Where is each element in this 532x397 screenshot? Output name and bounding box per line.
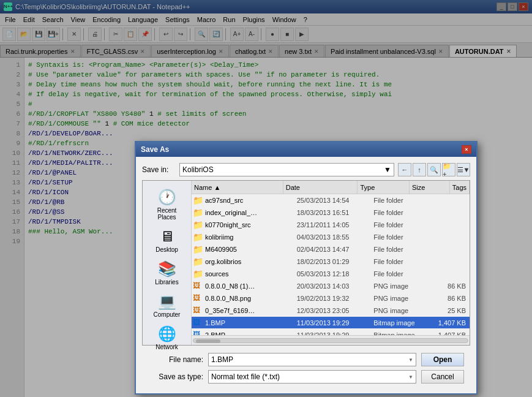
- file-date: 05/03/2013 12:18: [297, 270, 374, 278]
- npp-window: N++ C:\Temp\KolibriOS\kolibriimg\AUTORUN…: [0, 0, 532, 397]
- file-size: 86 KB: [427, 282, 468, 290]
- file-date: 18/03/2013 16:51: [297, 209, 374, 216]
- nav-back-button[interactable]: ←: [398, 163, 411, 176]
- file-icon: 📁: [193, 257, 203, 267]
- filetype-input[interactable]: Normal text file (*.txt) ▼: [208, 370, 416, 384]
- file-date: 02/04/2013 14:47: [297, 246, 374, 253]
- filetype-value: Normal text file (*.txt): [211, 372, 280, 381]
- nav-new-folder-button[interactable]: 📁+: [442, 163, 455, 176]
- shortcut-computer[interactable]: 💻 Computer: [146, 290, 189, 321]
- file-name: M6409905: [205, 246, 297, 253]
- file-area: 🕐 Recent Places 🖥 Desktop 📚 Libraries: [142, 180, 470, 346]
- file-list[interactable]: 📁 ac97snd_src 25/03/2013 14:54 File fold…: [192, 194, 470, 335]
- filetype-dropdown-icon: ▼: [408, 374, 413, 380]
- filename-label: File name:: [148, 355, 203, 364]
- file-type: File folder: [373, 258, 427, 265]
- nav-up-button[interactable]: ↑: [413, 163, 426, 176]
- file-name: 0_35e7f_6169…: [205, 307, 297, 314]
- hscroll-track[interactable]: [193, 338, 468, 343]
- file-name: kolibriimg: [205, 233, 297, 241]
- file-name: index_original_…: [205, 209, 297, 216]
- col-tags-header[interactable]: Tags: [450, 181, 470, 194]
- dialog-title: Save As: [141, 145, 169, 154]
- file-list-area: Name ▲ Date Type Size Tags 📁 ac97snd_src…: [192, 181, 470, 345]
- file-date: 04/03/2013 18:55: [297, 233, 374, 241]
- file-type: PNG image: [373, 282, 427, 290]
- file-date: 19/02/2013 19:32: [297, 295, 374, 302]
- filename-value: 1.BMP: [211, 355, 233, 364]
- nav-view-button[interactable]: ☰▼: [457, 163, 470, 176]
- file-size: 1,407 KB: [427, 319, 468, 327]
- col-size-header[interactable]: Size: [410, 181, 450, 194]
- file-row[interactable]: 📁 sources 05/03/2013 12:18 File folder: [192, 268, 470, 280]
- hscroll-thumb[interactable]: [196, 339, 220, 343]
- filename-input[interactable]: 1.BMP ▼: [208, 353, 416, 366]
- shortcut-libraries[interactable]: 📚 Libraries: [146, 257, 189, 289]
- shortcut-computer-label: Computer: [154, 311, 181, 318]
- file-type: PNG image: [373, 295, 427, 302]
- filetype-label: Save as type:: [148, 372, 203, 381]
- file-icon: 🖼: [193, 318, 203, 328]
- computer-icon: 💻: [158, 293, 176, 310]
- file-date: 23/11/2011 14:05: [297, 221, 374, 229]
- file-date: 25/03/2013 14:54: [297, 197, 374, 204]
- file-row[interactable]: 📁 index_original_… 18/03/2013 16:51 File…: [192, 206, 470, 219]
- file-type: File folder: [373, 233, 427, 241]
- file-row[interactable]: 🖼 0_35e7f_6169… 12/03/2013 23:05 PNG ima…: [192, 304, 470, 317]
- nav-search-button[interactable]: 🔍: [427, 163, 441, 176]
- file-icon: 📁: [193, 269, 203, 279]
- file-name: org.kolibrios: [205, 258, 297, 265]
- save-in-controls: ← ↑ 🔍 📁+ ☰▼: [398, 163, 470, 176]
- file-icon: 🖼: [193, 330, 203, 336]
- file-type: File folder: [373, 246, 427, 253]
- modal-overlay: Save As × Save in: KolibriOS ▼ ← ↑ 🔍: [0, 0, 532, 397]
- file-date: 20/03/2013 14:03: [297, 282, 374, 290]
- shortcuts-panel: 🕐 Recent Places 🖥 Desktop 📚 Libraries: [143, 181, 192, 345]
- shortcut-desktop-label: Desktop: [155, 246, 178, 253]
- file-type: PNG image: [373, 307, 427, 314]
- file-row[interactable]: 🖼 2.BMP 11/03/2013 19:29 Bitmap image 1,…: [192, 329, 470, 335]
- file-row[interactable]: 📁 kolibriimg 04/03/2013 18:55 File folde…: [192, 231, 470, 243]
- shortcut-desktop[interactable]: 🖥 Desktop: [146, 225, 189, 256]
- file-icon: 📁: [193, 195, 203, 205]
- file-row[interactable]: 📁 ac97snd_src 25/03/2013 14:54 File fold…: [192, 194, 470, 206]
- file-icon: 📁: [193, 232, 203, 242]
- file-name: k0770night_src: [205, 221, 297, 229]
- file-type: File folder: [373, 209, 427, 216]
- shortcut-libraries-label: Libraries: [155, 279, 178, 285]
- file-row[interactable]: 📁 org.kolibrios 18/02/2013 01:29 File fo…: [192, 255, 470, 268]
- file-row[interactable]: 🖼 0.8.0.0_N8.png 19/02/2013 19:32 PNG im…: [192, 292, 470, 304]
- file-row[interactable]: 🖼 0.8.0.0_N8 (1)… 20/03/2013 14:03 PNG i…: [192, 280, 470, 292]
- form-area: File name: 1.BMP ▼ Open Save as type: No…: [142, 349, 470, 387]
- file-list-header: Name ▲ Date Type Size Tags: [192, 181, 470, 194]
- cancel-button[interactable]: Cancel: [421, 370, 464, 384]
- file-icon: 📁: [193, 220, 203, 230]
- shortcut-recent[interactable]: 🕐 Recent Places: [146, 186, 189, 224]
- col-date-header[interactable]: Date: [283, 181, 358, 194]
- open-button[interactable]: Open: [421, 353, 464, 366]
- file-name: sources: [205, 270, 297, 278]
- file-row[interactable]: 📁 k0770night_src 23/11/2011 14:05 File f…: [192, 219, 470, 231]
- file-type: Bitmap image: [373, 319, 427, 327]
- file-row[interactable]: 📁 M6409905 02/04/2013 14:47 File folder: [192, 243, 470, 255]
- file-row[interactable]: 🖼 1.BMP 11/03/2013 19:29 Bitmap image 1,…: [192, 317, 470, 329]
- save-in-combo[interactable]: KolibriOS ▼: [179, 163, 394, 176]
- file-name: 0.8.0.0_N8 (1)…: [205, 282, 297, 290]
- horizontal-scrollbar[interactable]: [192, 335, 470, 345]
- col-type-header[interactable]: Type: [358, 181, 409, 194]
- filename-dropdown-icon: ▼: [408, 357, 413, 363]
- file-name: 1.BMP: [205, 319, 297, 327]
- file-name: ac97snd_src: [205, 197, 297, 204]
- file-date: 12/03/2013 23:05: [297, 307, 374, 314]
- col-name-header[interactable]: Name ▲: [192, 181, 283, 194]
- file-date: 11/03/2013 19:29: [297, 319, 374, 327]
- desktop-icon: 🖥: [160, 228, 174, 245]
- file-type: File folder: [373, 221, 427, 229]
- file-type: File folder: [373, 197, 427, 204]
- save-in-value: KolibriOS: [182, 165, 214, 174]
- dialog-titlebar: Save As ×: [136, 142, 476, 157]
- save-as-dialog: Save As × Save in: KolibriOS ▼ ← ↑ 🔍: [135, 141, 478, 395]
- save-in-label: Save in:: [142, 165, 176, 174]
- network-icon: 🌐: [158, 325, 176, 342]
- dialog-close-button[interactable]: ×: [462, 145, 471, 154]
